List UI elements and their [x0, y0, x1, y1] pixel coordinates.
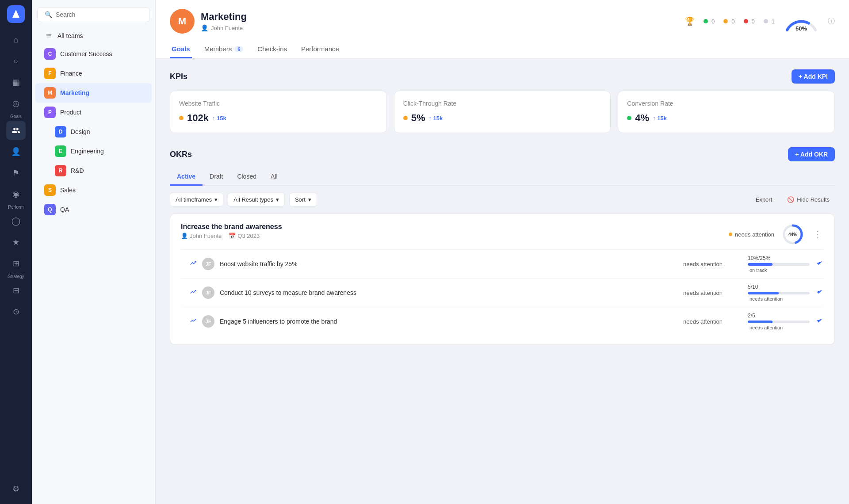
more-options-button[interactable]: ⋮	[811, 229, 824, 240]
sidebar-item-label: Finance	[60, 70, 82, 77]
settings-icon[interactable]: ⚙	[6, 479, 26, 499]
sidebar: 🔍 All teams C Customer Success F Finance…	[32, 0, 156, 504]
okr-tab-all[interactable]: All	[264, 168, 285, 186]
globe-icon[interactable]: ◯	[6, 211, 26, 231]
stat-red: 0	[752, 18, 755, 25]
sidebar-item-label: QA	[60, 206, 69, 213]
sort-filter[interactable]: Sort ▾	[289, 193, 317, 206]
result-types-filter[interactable]: All Result types ▾	[228, 193, 285, 206]
home-icon[interactable]: ⌂	[6, 30, 26, 50]
tab-members-label: Members	[204, 45, 232, 53]
kpi-card-0: Website Traffic 102k ↑ 15k	[170, 91, 387, 133]
device-icon[interactable]: ⊙	[6, 302, 26, 321]
person-icon[interactable]: 👤	[6, 142, 26, 161]
kr-avatar-1: JF	[202, 286, 214, 299]
tab-goals[interactable]: Goals	[170, 41, 192, 58]
sidebar-item-engineering[interactable]: E Engineering	[35, 141, 152, 161]
okr-filters: All timeframes ▾ All Result types ▾ Sort…	[170, 193, 835, 206]
info-icon[interactable]: ⓘ	[828, 17, 835, 26]
search-container[interactable]: 🔍	[37, 7, 150, 22]
kpi-dot-1	[403, 116, 408, 120]
sidebar-item-sales[interactable]: S Sales	[35, 180, 152, 200]
sidebar-item-label: Product	[60, 109, 81, 116]
kpi-value-2: 4%	[635, 112, 649, 124]
okrs-section-header: OKRs + Add OKR	[170, 147, 835, 161]
sidebar-item-finance[interactable]: F Finance	[35, 64, 152, 83]
kr-row-0: JF Boost website traffic by 25% needs at…	[181, 249, 824, 278]
tab-checkins[interactable]: Check-ins	[256, 41, 289, 58]
kr-progress-area-0: 10%/25% on track	[748, 255, 810, 273]
kpi-trend-2: ↑ 15k	[653, 115, 667, 122]
add-okr-button[interactable]: + Add OKR	[788, 147, 835, 161]
nav-settings[interactable]: ⚙	[6, 479, 26, 499]
sidebar-item-qa[interactable]: Q QA	[35, 200, 152, 219]
nav-flag[interactable]: ⚑	[6, 163, 26, 183]
kr-progress-area-2: 2/5 needs attention	[748, 313, 810, 330]
nav-home[interactable]: ⌂	[6, 30, 26, 50]
sidebar-item-label: Marketing	[60, 89, 89, 96]
kr-progress-status-1: needs attention	[748, 296, 810, 302]
tab-members[interactable]: Members 6	[203, 41, 245, 58]
okr-owner: 👤 John Fuente	[181, 233, 222, 239]
sidebar-item-product[interactable]: P Product	[35, 103, 152, 122]
okr-tab-draft[interactable]: Draft	[203, 168, 230, 186]
org-icon[interactable]: ⊟	[6, 281, 26, 300]
nav-org[interactable]: ⊟	[6, 281, 26, 300]
sidebar-item-randd[interactable]: R R&D	[35, 161, 152, 180]
star-icon[interactable]: ★	[6, 233, 26, 252]
add-kpi-button[interactable]: + Add KPI	[792, 69, 835, 84]
kr-progress-fill-1	[748, 292, 779, 294]
export-button[interactable]: Export	[750, 193, 778, 206]
bar-chart-icon[interactable]: ▦	[6, 73, 26, 92]
search-input[interactable]	[56, 11, 142, 18]
strategy-icon[interactable]: ⊞	[6, 254, 26, 273]
okr-progress-circle: 44%	[781, 223, 804, 246]
kr-row-2: JF Engage 5 influencers to promote the b…	[181, 307, 824, 336]
team-icon[interactable]	[6, 121, 26, 140]
progress-ring: 50%	[784, 9, 819, 34]
nav-chart[interactable]: ▦	[6, 73, 26, 92]
okr-status-label: needs attention	[729, 231, 774, 238]
kpi-grid: Website Traffic 102k ↑ 15k Click-Through…	[170, 91, 835, 133]
kr-title-2: Engage 5 influencers to promote the bran…	[220, 318, 675, 325]
calendar-icon: 📅	[229, 233, 236, 239]
nav-star[interactable]: ★	[6, 233, 26, 252]
perform-icon[interactable]: ◉	[6, 184, 26, 204]
nav-goals[interactable]: ◎ Goals	[6, 94, 26, 119]
nav-device[interactable]: ⊙	[6, 302, 26, 321]
nav-check[interactable]: ○	[6, 51, 26, 71]
tab-performance-label: Performance	[301, 45, 339, 53]
perform-label: Perform	[8, 205, 24, 210]
nav-perform[interactable]: ◉ Perform	[6, 184, 26, 210]
trend-up-icon-2	[190, 317, 197, 326]
check-circle-icon[interactable]: ○	[6, 51, 26, 71]
nav-globe[interactable]: ◯	[6, 211, 26, 231]
kr-progress-fill-0	[748, 263, 773, 266]
sidebar-item-marketing[interactable]: M Marketing	[35, 83, 152, 103]
kr-status-1: needs attention	[681, 290, 742, 296]
okr-tab-closed[interactable]: Closed	[230, 168, 264, 186]
kr-progress-bar-1	[748, 292, 810, 294]
kpi-dot-2	[627, 116, 631, 120]
owner-icon: 👤	[201, 24, 208, 31]
stat-green: 0	[711, 18, 715, 25]
okr-tab-active[interactable]: Active	[170, 168, 203, 186]
nav-strategy[interactable]: ⊞ Strategy	[6, 254, 26, 279]
tab-performance[interactable]: Performance	[299, 41, 341, 58]
hide-results-button[interactable]: 🚫 Hide Results	[782, 193, 835, 206]
sidebar-item-customer-success[interactable]: C Customer Success	[35, 44, 152, 64]
owner-name: John Fuente	[211, 25, 243, 31]
kpi-title-0: Website Traffic	[179, 100, 378, 107]
kr-row-1: JF Conduct 10 surveys to measure brand a…	[181, 278, 824, 307]
kpi-trend-1: ↑ 15k	[428, 115, 443, 122]
chart-icon-1	[815, 287, 824, 298]
goals-icon[interactable]: ◎	[6, 94, 26, 113]
sidebar-item-design[interactable]: D Design	[35, 122, 152, 141]
team-name: Marketing	[201, 11, 247, 23]
sidebar-item-all-teams[interactable]: All teams	[35, 27, 152, 44]
nav-person[interactable]: 👤	[6, 142, 26, 161]
sidebar-item-label: Design	[71, 128, 90, 135]
nav-team[interactable]	[6, 121, 26, 140]
timeframe-filter[interactable]: All timeframes ▾	[170, 193, 223, 206]
flag-icon[interactable]: ⚑	[6, 163, 26, 183]
